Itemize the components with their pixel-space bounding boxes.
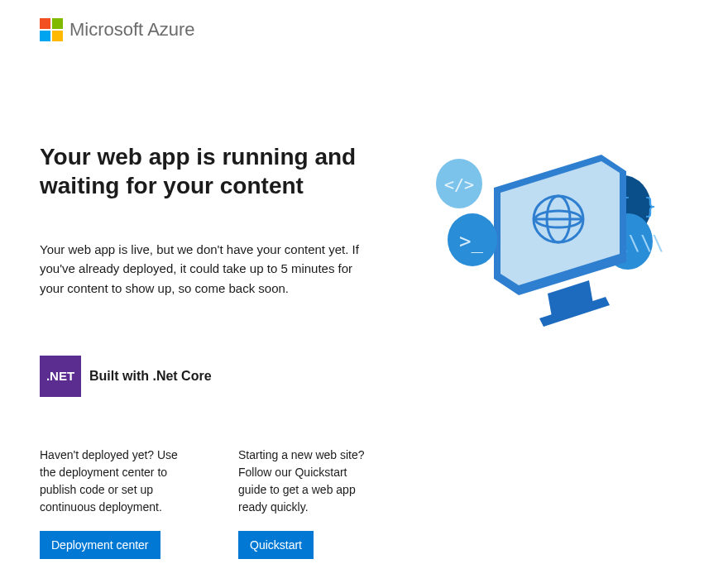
dotnet-badge-icon: .NET [40,356,81,397]
quickstart-card-text: Starting a new web site? Follow our Quic… [238,447,374,516]
main-content: Your web app is running and waiting for … [0,142,728,559]
page-title: Your web app is running and waiting for … [40,142,374,200]
monitor-globe-icon: { } \\\\ [419,151,676,332]
hero-illustration: { } \\\\ [407,142,688,559]
action-cards: Haven't deployed yet? Use the deployment… [40,447,374,559]
page-description: Your web app is live, but we don't have … [40,240,374,298]
svg-text:</>: </> [444,174,474,194]
header-bar: Microsoft Azure [0,0,728,60]
deployment-center-button[interactable]: Deployment center [40,531,160,559]
quickstart-button[interactable]: Quickstart [238,531,314,559]
deployment-card-text: Haven't deployed yet? Use the deployment… [40,447,189,516]
svg-text:>_: >_ [459,230,483,253]
microsoft-logo-icon [40,18,63,41]
content-column: Your web app is running and waiting for … [40,142,374,559]
built-with-block: .NET Built with .Net Core [40,356,374,397]
deployment-card: Haven't deployed yet? Use the deployment… [40,447,189,559]
brand-title: Microsoft Azure [69,19,195,41]
quickstart-card: Starting a new web site? Follow our Quic… [238,447,374,559]
built-with-label: Built with .Net Core [89,369,212,384]
